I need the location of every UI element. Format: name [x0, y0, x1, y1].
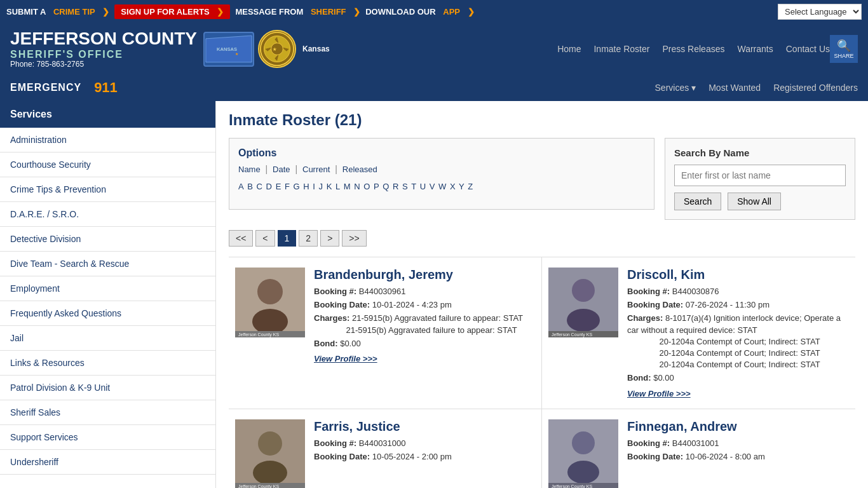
nav-bar2-links: Services ▾ Most Wanted Registered Offend… [130, 83, 858, 93]
nav-warrants[interactable]: Warrants [737, 44, 773, 54]
message-arrow: ❯ [353, 7, 360, 17]
svg-text:★: ★ [235, 52, 238, 56]
alpha-V[interactable]: V [430, 182, 435, 191]
alpha-X[interactable]: X [450, 182, 456, 191]
kansas-map-badge: KANSAS ★ [203, 32, 254, 67]
crime-tip-link[interactable]: SUBMIT A CRIME TIP ❯ [6, 7, 109, 17]
sidebar-item-support[interactable]: Support Services [0, 425, 215, 450]
inmate-info-finnegan: Finnegan, Andrew Booking #: B440031001 B… [627, 419, 849, 489]
alpha-T[interactable]: T [411, 182, 416, 191]
view-profile-brandenburgh[interactable]: View Profile >>> [314, 354, 377, 363]
sidebar-item-jail[interactable]: Jail [0, 326, 215, 351]
alerts-arrow: ❯ [217, 7, 224, 17]
alpha-Q[interactable]: Q [383, 182, 389, 191]
sidebar-item-administration[interactable]: Administration [0, 128, 215, 152]
sidebar-item-sheriff-sales[interactable]: Sheriff Sales [0, 400, 215, 425]
search-buttons: Search Show All [674, 193, 846, 210]
view-profile-driscoll[interactable]: View Profile >>> [627, 389, 691, 398]
sidebar-item-crime-tips[interactable]: Crime Tips & Prevention [0, 177, 215, 202]
nav-registered-offenders[interactable]: Registered Offenders [773, 83, 858, 93]
alpha-J[interactable]: J [319, 182, 323, 191]
app-link[interactable]: Download Our APP ❯ [365, 7, 474, 17]
page-first[interactable]: << [229, 230, 253, 247]
services-label: Services [655, 83, 689, 93]
sidebar-item-courthouse-security[interactable]: Courthouse Security [0, 152, 215, 177]
inmate-bond-brandenburgh: Bond: $0.00 [314, 338, 535, 349]
alpha-N[interactable]: N [354, 182, 360, 191]
share-label: SHARE [834, 53, 853, 59]
alpha-B[interactable]: B [247, 182, 253, 191]
services-dropdown[interactable]: Services ▾ [655, 83, 696, 93]
page-next[interactable]: > [320, 230, 339, 247]
sidebar-item-employment[interactable]: Employment [0, 276, 215, 301]
alpha-A[interactable]: A [238, 182, 244, 191]
alpha-U[interactable]: U [420, 182, 426, 191]
search-box: Search By Name Search Show All [665, 138, 855, 220]
nav-home[interactable]: Home [557, 44, 581, 54]
alpha-C[interactable]: C [257, 182, 262, 191]
alpha-G[interactable]: G [294, 182, 300, 191]
page-1[interactable]: 1 [278, 230, 297, 247]
sort-current[interactable]: Current [302, 165, 330, 174]
inmate-photo-finnegan: Jefferson County KS [548, 419, 618, 489]
inmate-booking-num-farris: Booking #: B440031000 [314, 438, 535, 449]
page-2[interactable]: 2 [299, 230, 318, 247]
app-arrow: ❯ [468, 7, 475, 17]
alpha-K[interactable]: K [327, 182, 332, 191]
svg-point-29 [567, 461, 599, 484]
alpha-Y[interactable]: Y [459, 182, 465, 191]
alpha-M[interactable]: M [344, 182, 351, 191]
alerts-label: SIGN UP FOR ALERTS [121, 7, 209, 17]
page-last[interactable]: >> [342, 230, 366, 247]
sidebar-item-links[interactable]: Links & Resources [0, 351, 215, 376]
sidebar-item-dive-team[interactable]: Dive Team - Search & Rescue [0, 252, 215, 276]
inmate-card-farris: Jefferson County KS Farris, Justice Book… [229, 409, 542, 489]
sort-date[interactable]: Date [273, 165, 290, 174]
sort-released[interactable]: Released [342, 165, 377, 174]
alpha-F[interactable]: F [285, 182, 290, 191]
alpha-R[interactable]: R [393, 182, 398, 191]
alpha-D[interactable]: D [266, 182, 272, 191]
county-name: JEFFERSON COUNTY [10, 29, 197, 49]
sheriff-seal: ★ [258, 30, 296, 68]
alpha-E[interactable]: E [276, 182, 281, 191]
header: JEFFERSON COUNTY SHERIFF'S OFFICE Phone:… [0, 24, 868, 74]
page-prev[interactable]: < [255, 230, 275, 247]
inmate-photo-driscoll: Jefferson County KS [548, 268, 618, 337]
search-share-button[interactable]: 🔍 SHARE [830, 35, 858, 63]
chevron-down-icon: ▾ [691, 83, 696, 93]
alpha-O[interactable]: O [363, 182, 370, 191]
sidebar-item-dare[interactable]: D.A.R.E. / S.R.O. [0, 202, 215, 227]
sidebar-item-detective[interactable]: Detective Division [0, 227, 215, 252]
alpha-I[interactable]: I [313, 182, 315, 191]
search-input[interactable] [674, 165, 846, 186]
alerts-link[interactable]: SIGN UP FOR ALERTS ❯ [114, 4, 230, 19]
message-link[interactable]: Message From SHERIFF ❯ [235, 7, 360, 17]
alpha-S[interactable]: S [402, 182, 408, 191]
alpha-H[interactable]: H [303, 182, 309, 191]
nav-most-wanted[interactable]: Most Wanted [709, 83, 761, 93]
main-content: Inmate Roster (21) Options Name | Date |… [216, 101, 868, 488]
alpha-L[interactable]: L [336, 182, 340, 191]
alpha-W[interactable]: W [438, 182, 446, 191]
nav-inmate-roster[interactable]: Inmate Roster [593, 44, 649, 54]
emergency-label: EMERGENCY [10, 82, 81, 93]
sheriff-name: SHERIFF'S OFFICE [10, 49, 197, 60]
alpha-P[interactable]: P [374, 182, 379, 191]
sidebar-item-patrol[interactable]: Patrol Division & K-9 Unit [0, 376, 215, 400]
alpha-Z[interactable]: Z [468, 182, 473, 191]
svg-text:KANSAS: KANSAS [217, 46, 237, 52]
search-button[interactable]: Search [674, 193, 721, 210]
nav-press-releases[interactable]: Press Releases [662, 44, 724, 54]
inmate-info-farris: Farris, Justice Booking #: B440031000 Bo… [314, 419, 535, 489]
language-select[interactable]: Select Language [778, 4, 862, 20]
sort-links: Name | Date | Current | Released [238, 164, 645, 174]
sidebar-item-undersheriff[interactable]: Undersheriff [0, 450, 215, 475]
nav-contact-us[interactable]: Contact Us [786, 44, 830, 54]
inmate-card-brandenburgh: Jefferson County KS Brandenburgh, Jeremy… [229, 257, 542, 409]
sidebar-item-faq[interactable]: Frequently Asked Questions [0, 301, 215, 326]
showall-button[interactable]: Show All [728, 193, 781, 210]
emergency-number: 911 [94, 79, 118, 96]
sort-name[interactable]: Name [238, 165, 261, 174]
search-icon: 🔍 [837, 39, 851, 53]
